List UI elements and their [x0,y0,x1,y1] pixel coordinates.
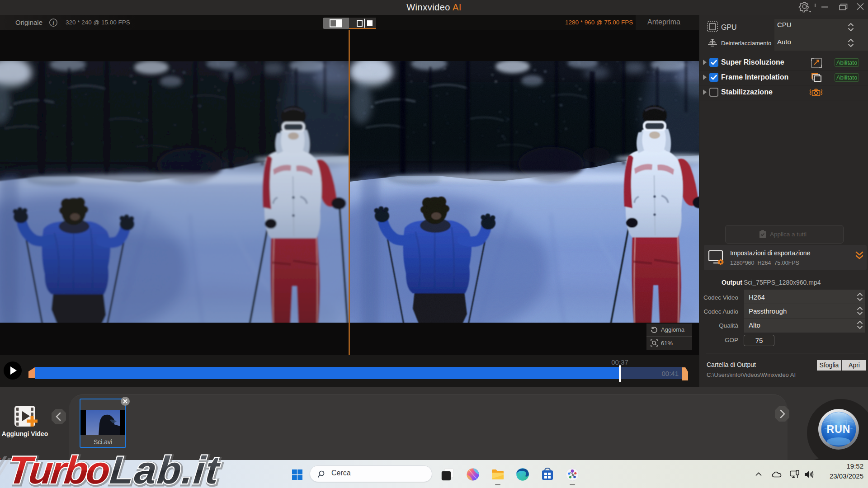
svg-text:Turbo: Turbo [6,452,113,488]
svg-text:i: i [52,20,54,26]
svg-text:RUN: RUN [827,423,851,435]
svg-text:00:37: 00:37 [611,358,628,366]
svg-text:00:41: 00:41 [661,370,679,377]
